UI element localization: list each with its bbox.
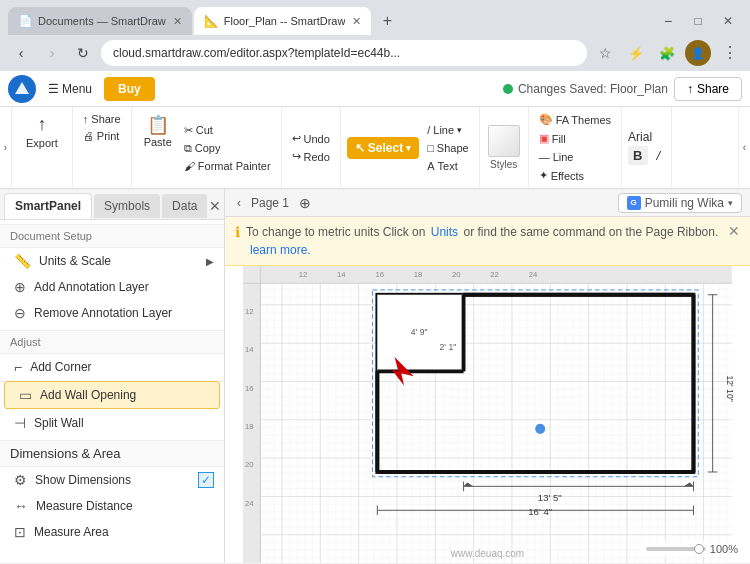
copy-button[interactable]: ⧉ Copy: [180, 140, 275, 157]
paste-button[interactable]: 📋 Paste: [138, 111, 178, 184]
svg-text:13' 5": 13' 5": [538, 492, 562, 503]
menu-label: Menu: [62, 82, 92, 96]
units-label: Units & Scale: [39, 254, 198, 268]
back-button[interactable]: ‹: [8, 40, 34, 66]
remove-annotation-icon: ⊖: [14, 305, 26, 321]
line2-button[interactable]: — Line: [535, 149, 615, 165]
undo-button[interactable]: ↩ Undo: [288, 130, 334, 147]
ribbon-group-share: ↑ Share 🖨 Print: [73, 107, 132, 188]
split-wall-item[interactable]: ⊣ Split Wall: [0, 410, 224, 436]
show-dimensions-icon: ⚙: [14, 472, 27, 488]
add-corner-item[interactable]: ⌐ Add Corner: [0, 354, 224, 380]
svg-point-29: [534, 423, 545, 434]
extension-icon[interactable]: ⚡: [623, 40, 649, 66]
units-expand-icon: ▶: [206, 256, 214, 267]
zoom-level: 100%: [710, 543, 738, 555]
tab-data[interactable]: Data: [162, 194, 207, 218]
tab-smartpanel[interactable]: SmartPanel: [4, 193, 92, 219]
profile-icon[interactable]: 👤: [685, 40, 711, 66]
line-chevron: ▾: [457, 125, 462, 135]
font-italic-button[interactable]: /: [652, 146, 666, 165]
font-bold-button[interactable]: B: [628, 146, 647, 165]
alert-close-button[interactable]: ✕: [728, 223, 740, 239]
alert-text: To change to metric units Click on Units…: [246, 223, 722, 259]
page-prev-button[interactable]: ‹: [233, 196, 245, 210]
ribbon-group-export: ↑ Export: [12, 107, 73, 188]
svg-text:16' 4": 16' 4": [528, 506, 552, 517]
add-wall-opening-item[interactable]: ▭ Add Wall Opening: [4, 381, 220, 409]
tab-symbols[interactable]: Symbols: [94, 194, 160, 218]
app-container: ☰ Menu Buy Changes Saved: Floor_Plan ↑ S…: [0, 71, 750, 563]
new-tab-button[interactable]: +: [373, 7, 401, 35]
language-selector[interactable]: G Pumili ng Wika ▾: [618, 193, 742, 213]
select-button[interactable]: ↖ Select ▾: [347, 137, 419, 159]
svg-text:12' 10": 12' 10": [725, 376, 735, 402]
buy-button[interactable]: Buy: [104, 77, 155, 101]
svg-text:4' 9": 4' 9": [411, 327, 428, 337]
floor-plan-canvas[interactable]: 12 14 16 18 20 22 24 12 14 16 18 20 24: [225, 266, 750, 563]
tools-sub: / Line ▾ □ Shape A Text: [423, 122, 472, 174]
reload-button[interactable]: ↻: [70, 40, 96, 66]
page-add-button[interactable]: ⊕: [295, 195, 315, 211]
format-painter-button[interactable]: 🖌 Format Painter: [180, 158, 275, 174]
measure-distance-label: Measure Distance: [36, 499, 214, 513]
tab-inactive[interactable]: 📄 Documents — SmartDraw ✕: [8, 7, 192, 35]
effects-button[interactable]: ✦ Effects: [535, 167, 615, 184]
lang-label: Pumili ng Wika: [645, 196, 724, 210]
ribbon-collapse-left[interactable]: ›: [0, 107, 12, 188]
units-scale-item[interactable]: 📏 Units & Scale ▶: [0, 248, 224, 274]
address-bar-row: ‹ › ↻ ☆ ⚡ 🧩 👤 ⋮: [0, 35, 750, 71]
print-button[interactable]: 🖨 Print: [79, 128, 125, 144]
alert-units-link[interactable]: Units: [431, 225, 458, 239]
save-status-text: Changes Saved: Floor_Plan: [518, 82, 668, 96]
tab2-close[interactable]: ✕: [352, 15, 361, 28]
zoom-slider-track[interactable]: [646, 547, 706, 551]
split-wall-icon: ⊣: [14, 415, 26, 431]
forward-button[interactable]: ›: [39, 40, 65, 66]
svg-text:18: 18: [414, 270, 423, 279]
page-label: Page 1: [251, 196, 289, 210]
menu-dots[interactable]: ⋮: [716, 40, 742, 66]
tab1-title: Documents — SmartDraw: [38, 15, 166, 27]
ribbon-group-tools: ↖ Select ▾ / Line ▾ □ Shape A Text: [341, 107, 480, 188]
format-painter-icon: 🖌: [184, 160, 195, 172]
window-maximize[interactable]: □: [684, 7, 712, 35]
select-chevron: ▾: [406, 143, 411, 153]
text-button[interactable]: A Text: [423, 158, 472, 174]
cursor-icon: ↖: [355, 141, 365, 155]
share-button[interactable]: ↑ Share: [674, 77, 742, 101]
tab1-close[interactable]: ✕: [173, 15, 182, 28]
address-input[interactable]: [101, 40, 587, 66]
show-dimensions-checkbox[interactable]: ✓: [198, 472, 214, 488]
tab-active[interactable]: 📐 Floor_Plan -- SmartDraw ✕: [194, 7, 372, 35]
redo-button[interactable]: ↪ Redo: [288, 148, 334, 165]
alert-icon: ℹ: [235, 224, 240, 240]
shape-button[interactable]: □ Shape: [423, 140, 472, 156]
share-ribbon-button[interactable]: ↑ Share: [79, 111, 125, 127]
window-close[interactable]: ✕: [714, 7, 742, 35]
measure-distance-item[interactable]: ↔ Measure Distance: [0, 493, 224, 519]
ribbon-collapse-right[interactable]: ‹: [738, 107, 750, 188]
panel-tabs: SmartPanel Symbols Data ✕: [0, 189, 224, 220]
menu-button[interactable]: ☰ Menu: [42, 79, 98, 99]
panel-close-button[interactable]: ✕: [209, 196, 221, 216]
fill-button[interactable]: ▣ Fill: [535, 130, 615, 147]
adjust-section: Adjust: [0, 330, 224, 354]
bookmark-icon[interactable]: ☆: [592, 40, 618, 66]
export-button[interactable]: ↑ Export: [20, 111, 64, 152]
tab-bar: 📄 Documents — SmartDraw ✕ 📐 Floor_Plan -…: [0, 0, 750, 35]
show-dimensions-item[interactable]: ⚙ Show Dimensions ✓: [0, 467, 224, 493]
line-button[interactable]: / Line ▾: [423, 122, 472, 138]
puzzle-icon[interactable]: 🧩: [654, 40, 680, 66]
remove-annotation-item[interactable]: ⊖ Remove Annotation Layer: [0, 300, 224, 326]
alert-learn-more-link[interactable]: learn more.: [250, 243, 311, 257]
tab2-title: Floor_Plan -- SmartDraw: [224, 15, 346, 27]
window-minimize[interactable]: −: [654, 7, 682, 35]
add-annotation-item[interactable]: ⊕ Add Annotation Layer: [0, 274, 224, 300]
zoom-slider-thumb[interactable]: [694, 544, 704, 554]
measure-area-item[interactable]: ⊡ Measure Area: [0, 519, 224, 545]
cut-button[interactable]: ✂ Cut: [180, 122, 275, 139]
show-dimensions-label: Show Dimensions: [35, 473, 190, 487]
watermark: www.deuaq.com: [451, 548, 524, 559]
themes-button[interactable]: 🎨 FA Themes: [535, 111, 615, 128]
